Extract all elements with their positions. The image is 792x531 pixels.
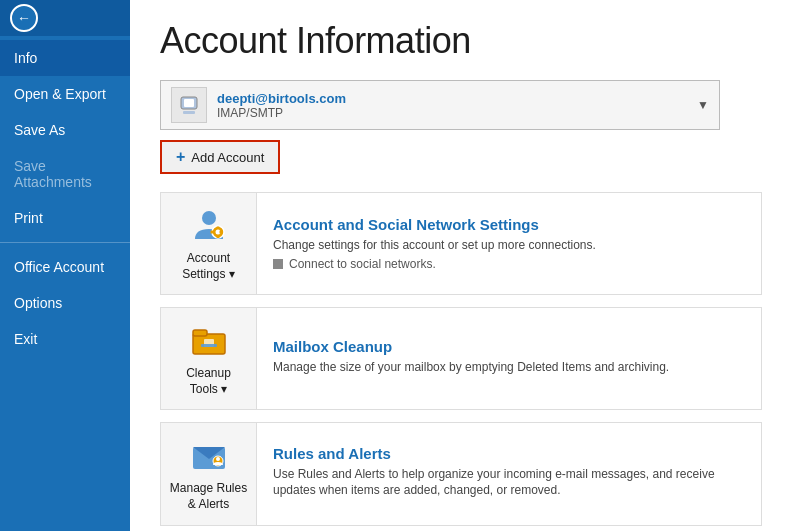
plus-icon: + xyxy=(176,148,185,166)
main-content: Account Information deepti@birtools.com … xyxy=(130,0,792,531)
account-settings-title: Account and Social Network Settings xyxy=(273,216,596,233)
svg-rect-14 xyxy=(201,344,217,347)
account-settings-icon xyxy=(189,205,229,245)
add-account-button[interactable]: + Add Account xyxy=(160,140,280,174)
sidebar-item-label: Print xyxy=(14,210,43,226)
sidebar-item-label: Options xyxy=(14,295,62,311)
account-settings-sub: Connect to social networks. xyxy=(273,257,596,271)
sidebar-divider xyxy=(0,242,130,243)
cleanup-tools-content: Mailbox Cleanup Manage the size of your … xyxy=(257,308,685,409)
back-icon: ← xyxy=(17,10,31,26)
sidebar-item-label: Info xyxy=(14,50,37,66)
account-dropdown[interactable]: deepti@birtools.com IMAP/SMTP ▼ xyxy=(160,80,720,130)
manage-rules-label: Manage Rules& Alerts xyxy=(170,481,247,512)
bullet-icon xyxy=(273,259,283,269)
svg-rect-9 xyxy=(219,231,222,234)
sidebar-item-label: Open & Export xyxy=(14,86,106,102)
manage-rules-content: Rules and Alerts Use Rules and Alerts to… xyxy=(257,423,761,524)
account-info: deepti@birtools.com IMAP/SMTP xyxy=(217,91,689,120)
account-avatar-icon xyxy=(177,93,201,117)
cleanup-tools-button[interactable]: CleanupTools ▾ xyxy=(161,308,257,409)
cleanup-tools-section: CleanupTools ▾ Mailbox Cleanup Manage th… xyxy=(160,307,762,410)
manage-rules-desc: Use Rules and Alerts to help organize yo… xyxy=(273,466,745,500)
account-settings-section: AccountSettings ▾ Account and Social Net… xyxy=(160,192,762,295)
sidebar: ← Info Open & Export Save As Save Attach… xyxy=(0,0,130,531)
manage-rules-button[interactable]: Manage Rules& Alerts xyxy=(161,423,257,524)
svg-rect-8 xyxy=(210,231,213,234)
svg-rect-12 xyxy=(193,330,207,336)
account-settings-button[interactable]: AccountSettings ▾ xyxy=(161,193,257,294)
manage-rules-title: Rules and Alerts xyxy=(273,445,745,462)
svg-point-3 xyxy=(202,211,216,225)
sidebar-item-save-as[interactable]: Save As xyxy=(0,112,130,148)
sidebar-item-label: Exit xyxy=(14,331,37,347)
svg-rect-7 xyxy=(216,236,219,239)
sidebar-header: ← xyxy=(0,0,130,36)
sidebar-item-open-export[interactable]: Open & Export xyxy=(0,76,130,112)
sidebar-item-print[interactable]: Print xyxy=(0,200,130,236)
sidebar-item-exit[interactable]: Exit xyxy=(0,321,130,357)
account-type: IMAP/SMTP xyxy=(217,106,689,120)
sidebar-item-options[interactable]: Options xyxy=(0,285,130,321)
account-icon-box xyxy=(171,87,207,123)
sidebar-nav: Info Open & Export Save As Save Attachme… xyxy=(0,40,130,357)
cleanup-tools-icon xyxy=(189,320,229,360)
account-dropdown-row: deepti@birtools.com IMAP/SMTP ▼ xyxy=(160,80,762,130)
sidebar-item-label: Save Attachments xyxy=(14,158,92,190)
page-title: Account Information xyxy=(160,20,762,62)
svg-rect-2 xyxy=(183,111,195,114)
account-settings-sub-label: Connect to social networks. xyxy=(289,257,436,271)
account-email: deepti@birtools.com xyxy=(217,91,689,106)
back-button[interactable]: ← xyxy=(10,4,38,32)
account-settings-desc: Change settings for this account or set … xyxy=(273,237,596,254)
svg-point-18 xyxy=(216,457,220,461)
sidebar-item-label: Save As xyxy=(14,122,65,138)
sidebar-item-label: Office Account xyxy=(14,259,104,275)
cleanup-tools-desc: Manage the size of your mailbox by empty… xyxy=(273,359,669,376)
svg-rect-6 xyxy=(216,227,219,230)
svg-rect-1 xyxy=(184,99,194,107)
sidebar-item-office-account[interactable]: Office Account xyxy=(0,249,130,285)
cleanup-tools-title: Mailbox Cleanup xyxy=(273,338,669,355)
account-settings-label: AccountSettings ▾ xyxy=(182,251,235,282)
cleanup-tools-label: CleanupTools ▾ xyxy=(186,366,231,397)
dropdown-arrow-icon: ▼ xyxy=(697,98,709,112)
account-settings-content: Account and Social Network Settings Chan… xyxy=(257,193,612,294)
sidebar-item-info[interactable]: Info xyxy=(0,40,130,76)
manage-rules-section: Manage Rules& Alerts Rules and Alerts Us… xyxy=(160,422,762,525)
manage-rules-icon xyxy=(189,435,229,475)
add-account-label: Add Account xyxy=(191,150,264,165)
sidebar-item-save-attachments[interactable]: Save Attachments xyxy=(0,148,130,200)
